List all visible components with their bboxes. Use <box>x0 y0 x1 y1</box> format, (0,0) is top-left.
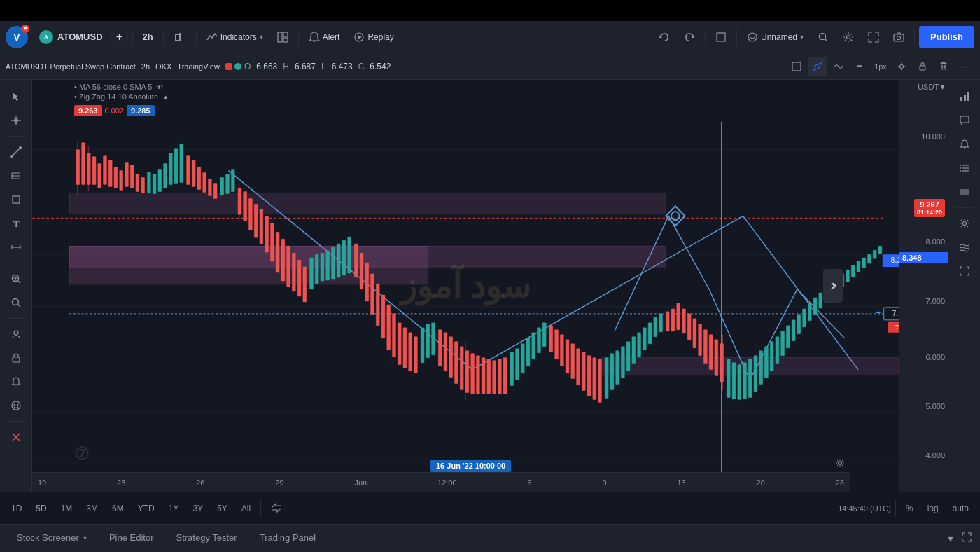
replay-button[interactable]: Replay <box>348 29 399 46</box>
cursor-tool[interactable] <box>787 57 806 76</box>
chart-container[interactable]: • MA 56 close 0 SMA 5 👁 • Zig Zag 14 10 … <box>32 80 899 492</box>
tf-1d[interactable]: 1D <box>6 501 27 516</box>
tf-5y[interactable]: 5Y <box>211 501 233 516</box>
drawing-settings-button[interactable] <box>892 57 911 76</box>
svg-rect-204 <box>819 293 822 308</box>
tab-stock-screener[interactable]: Stock Screener ▾ <box>6 525 98 553</box>
percent-toggle[interactable]: % <box>900 501 919 516</box>
crosshair-tool[interactable] <box>5 109 27 132</box>
alert-panel-button[interactable] <box>953 133 976 156</box>
compare-button[interactable] <box>265 499 288 518</box>
delete-drawings-tool[interactable] <box>5 426 27 448</box>
tf-3m[interactable]: 3M <box>80 501 104 516</box>
camera-button[interactable] <box>888 29 910 46</box>
line-style-button[interactable]: ━ <box>850 57 869 76</box>
tf-1m[interactable]: 1M <box>55 501 78 516</box>
expand-button[interactable] <box>862 29 885 46</box>
measure-tool[interactable] <box>5 236 27 258</box>
alert-button[interactable]: Alert <box>303 29 346 46</box>
tab-pine-editor[interactable]: Pine Editor <box>98 525 165 553</box>
magnify-tool[interactable] <box>5 291 27 314</box>
rectangle-button[interactable] <box>710 29 732 46</box>
time-label-23b: 23 <box>836 478 844 487</box>
line-width-label: 1px <box>874 62 887 71</box>
right-panel-chart-icon[interactable] <box>953 85 976 108</box>
price-level-7000: 7.000 <box>925 297 945 305</box>
scroll-right-button[interactable] <box>823 269 843 303</box>
log-toggle[interactable]: log <box>922 501 944 516</box>
tf-all[interactable]: All <box>236 501 256 516</box>
delete-button[interactable] <box>934 57 953 76</box>
svg-rect-64 <box>69 193 665 214</box>
cursor-tool-sidebar[interactable] <box>5 85 27 108</box>
trendline-tool[interactable] <box>5 141 27 163</box>
right-settings-button[interactable] <box>953 212 976 235</box>
svg-rect-200 <box>797 315 801 334</box>
more-tools-button[interactable]: ··· <box>955 57 974 76</box>
svg-text:7.393: 7.393 <box>892 309 899 317</box>
tf-6m[interactable]: 6M <box>106 501 130 516</box>
sticker-tool[interactable] <box>5 394 27 417</box>
timescale-settings <box>832 455 848 472</box>
close-label: C <box>358 62 365 71</box>
expand-panel-icon <box>962 532 972 542</box>
tf-ytd[interactable]: YTD <box>132 501 160 516</box>
freehand-tool[interactable] <box>829 57 848 76</box>
rectangle-icon <box>715 32 727 43</box>
timescale-settings-button[interactable] <box>832 455 848 472</box>
timeframe-selector[interactable]: 2h <box>137 29 159 45</box>
bar-type-button[interactable] <box>168 28 192 46</box>
text-tool[interactable]: T <box>5 212 27 235</box>
auto-toggle[interactable]: auto <box>947 501 974 516</box>
svg-rect-146 <box>498 359 501 394</box>
tradingview-logo[interactable]: V ★ <box>6 26 28 48</box>
more-dots[interactable]: ··· <box>396 62 402 71</box>
svg-rect-196 <box>776 337 779 364</box>
zoom-tool[interactable] <box>5 268 27 290</box>
lock-sidebar-tool[interactable] <box>5 347 27 369</box>
collapse-panel-button[interactable]: ▾ <box>945 529 956 548</box>
layout-button[interactable] <box>272 29 294 46</box>
depth-button[interactable] <box>953 236 976 258</box>
svg-rect-124 <box>376 284 379 326</box>
lock-button[interactable] <box>913 57 932 76</box>
svg-rect-181 <box>693 319 696 348</box>
settings-button[interactable] <box>837 29 860 46</box>
pen-tool[interactable] <box>808 57 827 76</box>
watchlist-icon <box>10 329 22 340</box>
price-level-4000: 4.000 <box>925 451 945 460</box>
alert-sidebar-tool[interactable] <box>5 371 27 393</box>
fibonacci-tool[interactable] <box>5 165 27 187</box>
svg-rect-158 <box>566 340 569 373</box>
tab-trading-panel[interactable]: Trading Panel <box>248 525 327 553</box>
svg-point-15 <box>820 33 826 39</box>
add-symbol-button[interactable]: + <box>111 29 128 46</box>
tf-5d[interactable]: 5D <box>30 501 52 516</box>
tab-strategy-tester[interactable]: Strategy Tester <box>164 525 248 553</box>
tf-1y[interactable]: 1Y <box>163 501 185 516</box>
hlines-button[interactable] <box>953 181 976 203</box>
line-width-button[interactable]: 1px <box>871 57 890 76</box>
tf-3y[interactable]: 3Y <box>187 501 209 516</box>
watchlist-tool[interactable] <box>5 323 27 345</box>
list-button[interactable] <box>953 157 976 179</box>
svg-rect-111 <box>303 267 307 302</box>
comments-button[interactable] <box>953 109 976 132</box>
expand-panel-button[interactable] <box>959 530 974 547</box>
undo-button[interactable] <box>653 29 676 46</box>
right-expand-button[interactable] <box>953 260 976 282</box>
svg-rect-72 <box>87 153 90 185</box>
redo-button[interactable] <box>678 29 701 46</box>
symbol-selector[interactable]: A ATOMUSD <box>34 27 108 47</box>
unnamed-button[interactable]: Unnamed ▾ <box>741 29 809 46</box>
svg-rect-150 <box>521 344 524 373</box>
indicators-button[interactable]: Indicators ▾ <box>201 29 269 46</box>
currency-label[interactable]: USDT▼ <box>918 83 946 91</box>
svg-rect-232 <box>960 97 962 101</box>
svg-rect-195 <box>770 342 774 371</box>
svg-rect-129 <box>403 328 407 368</box>
publish-button[interactable]: Publish <box>919 26 974 48</box>
svg-point-21 <box>900 64 904 68</box>
search-button[interactable] <box>812 29 834 46</box>
shapes-tool[interactable] <box>5 188 27 211</box>
